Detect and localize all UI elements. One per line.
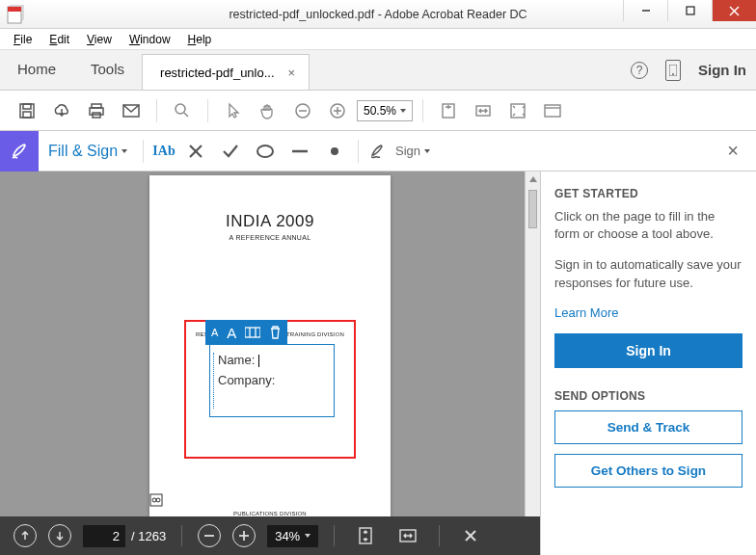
svg-rect-8 (20, 104, 34, 118)
tabs-bar: Home Tools restricted-pdf_unlo... × ? Si… (0, 50, 756, 91)
doc-tab-close-icon[interactable]: × (288, 66, 296, 80)
close-button[interactable] (712, 0, 756, 21)
cloud-icon[interactable] (46, 95, 77, 126)
cursor-icon[interactable] (218, 95, 249, 126)
circle-tool[interactable] (248, 136, 283, 167)
zoom-out-nav-icon[interactable] (198, 524, 221, 547)
zoom-value[interactable]: 50.5% (357, 100, 413, 121)
line-tool[interactable] (283, 136, 317, 167)
svg-rect-3 (687, 7, 694, 14)
send-track-button[interactable]: Send & Track (554, 410, 742, 444)
svg-point-29 (257, 145, 273, 157)
get-started-heading: GET STARTED (554, 187, 742, 200)
page-subheading: A REFERENCE ANNUAL (149, 234, 391, 241)
scroll-up-icon[interactable] (526, 172, 540, 187)
page-up-icon[interactable] (14, 524, 37, 547)
page-number-input[interactable] (83, 525, 125, 547)
zoom-level[interactable]: 34% (267, 525, 318, 547)
menu-file[interactable]: File (6, 31, 40, 48)
caret-down-icon (122, 149, 127, 153)
caret-down-icon (400, 109, 406, 113)
zoom-out-icon[interactable] (287, 95, 318, 126)
side-panel: GET STARTED Click on the page to fill in… (540, 172, 756, 555)
svg-rect-32 (245, 328, 260, 337)
get-started-text-1: Click on the page to fill in the form or… (554, 208, 742, 243)
save-icon[interactable] (12, 95, 42, 126)
document-pane[interactable]: INDIA 2009 A REFERENCE ANNUAL Compiled b… (0, 172, 540, 555)
add-text-tool[interactable]: IAb (149, 144, 178, 159)
svg-line-16 (184, 113, 188, 117)
svg-rect-10 (23, 112, 31, 118)
close-panel-icon[interactable]: × (727, 140, 739, 162)
fit-screen-icon[interactable] (502, 95, 533, 126)
doc-tab[interactable]: restricted-pdf_unlo... × (142, 54, 310, 90)
fill-sign-bar: Fill & Sign IAb Sign × (0, 131, 756, 172)
fit-width-icon[interactable] (468, 95, 499, 126)
svg-rect-25 (545, 105, 560, 117)
text-input-box[interactable]: Name: Company: (209, 344, 335, 417)
learn-more-link[interactable]: Learn More (554, 305, 618, 320)
main-toolbar: 50.5% (0, 91, 756, 131)
checkmark-tool[interactable] (213, 136, 248, 167)
nav-tools[interactable]: Tools (73, 50, 142, 90)
pdf-page[interactable]: INDIA 2009 A REFERENCE ANNUAL Compiled b… (149, 175, 391, 542)
maximize-button[interactable] (667, 0, 712, 21)
close-nav-icon[interactable] (455, 520, 486, 551)
svg-point-31 (331, 147, 338, 155)
minimize-button[interactable] (623, 0, 667, 21)
caret-down-icon (424, 149, 430, 153)
sign-in-button[interactable]: Sign In (554, 333, 742, 368)
scroll-thumb[interactable] (528, 190, 537, 228)
get-started-text-2: Sign in to automatically save your respo… (554, 256, 742, 291)
zoom-in-nav-icon[interactable] (232, 524, 256, 547)
fit-width-nav-icon[interactable] (392, 520, 423, 551)
svg-rect-1 (8, 7, 21, 12)
dot-tool[interactable] (317, 136, 352, 167)
menu-help[interactable]: Help (180, 31, 220, 48)
page-navigation-bar: / 1263 34% (0, 516, 540, 555)
vertical-scrollbar[interactable] (525, 172, 540, 555)
zoom-in-icon[interactable] (322, 95, 353, 126)
app-icon (6, 5, 25, 24)
text-size-small-icon[interactable]: A (211, 327, 218, 338)
mobile-icon[interactable] (665, 60, 681, 81)
search-icon[interactable] (167, 95, 198, 126)
fill-sign-app-icon (0, 131, 39, 172)
fit-page-icon[interactable] (433, 95, 464, 126)
page-down-icon[interactable] (48, 524, 71, 547)
menu-window[interactable]: Window (122, 31, 178, 48)
menu-bar: File Edit View Window Help (0, 29, 756, 50)
caret-down-icon (305, 534, 310, 538)
delete-icon[interactable] (269, 326, 282, 339)
svg-point-15 (176, 104, 185, 114)
svg-point-36 (152, 498, 156, 502)
publisher-logo (149, 493, 391, 507)
read-mode-icon[interactable] (537, 95, 568, 126)
title-bar: restricted-pdf_unlocked.pdf - Adobe Acro… (0, 0, 756, 29)
nav-home[interactable]: Home (0, 50, 73, 90)
page-heading: INDIA 2009 (149, 212, 391, 231)
svg-point-7 (672, 73, 674, 75)
fill-sign-dropdown[interactable]: Fill & Sign (39, 143, 137, 160)
comb-field-icon[interactable] (245, 327, 260, 338)
menu-edit[interactable]: Edit (41, 31, 77, 48)
text-field-toolbar: A A (205, 320, 287, 345)
window-title: restricted-pdf_unlocked.pdf - Adobe Acro… (229, 8, 526, 21)
svg-point-37 (156, 498, 160, 502)
svg-rect-9 (23, 104, 31, 109)
doc-tab-label: restricted-pdf_unlo... (160, 66, 275, 80)
print-icon[interactable] (81, 95, 112, 126)
page-total: / 1263 (131, 529, 166, 543)
signature-tool[interactable]: Sign (364, 136, 434, 167)
fit-page-nav-icon[interactable] (350, 520, 381, 551)
svg-rect-12 (90, 108, 103, 115)
hand-icon[interactable] (253, 95, 284, 126)
send-options-heading: SEND OPTIONS (554, 389, 742, 403)
sign-in-link[interactable]: Sign In (698, 62, 746, 78)
email-icon[interactable] (116, 95, 147, 126)
get-others-sign-button[interactable]: Get Others to Sign (554, 454, 742, 488)
crossmark-tool[interactable] (178, 136, 213, 167)
menu-view[interactable]: View (79, 31, 120, 48)
text-size-large-icon[interactable]: A (227, 325, 236, 341)
help-icon[interactable]: ? (631, 62, 648, 79)
